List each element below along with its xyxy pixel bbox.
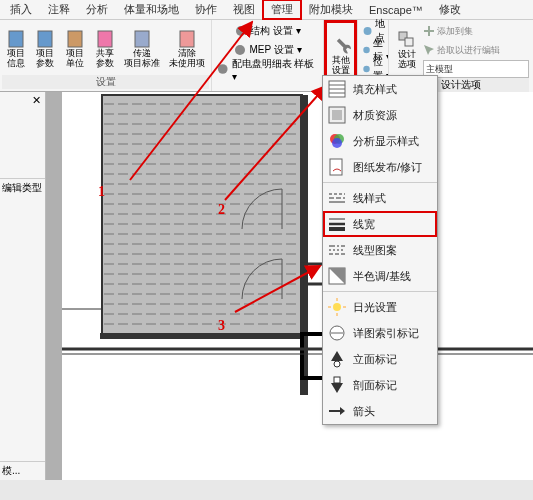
design-options-button[interactable]: 设计 选项 (393, 22, 421, 78)
svg-rect-36 (332, 110, 342, 120)
lines-weight-icon (327, 214, 347, 234)
svg-point-10 (363, 47, 369, 53)
lines-pat-icon (327, 240, 347, 260)
dd-item-elev[interactable]: 立面标记 (323, 346, 437, 372)
panel2-row-0[interactable]: 结构 设置 ▾ (214, 22, 321, 40)
ribbon-btn-传递项目标准[interactable]: 传递 项目标准 (120, 22, 163, 75)
globe-icon (362, 62, 371, 76)
dd-item-sun[interactable]: 日光设置 (323, 294, 437, 320)
ribbon-btn-项目单位[interactable]: 项目 单位 (61, 22, 89, 75)
pick-edit-button[interactable]: 拾取以进行编辑 (423, 41, 529, 59)
globe-icon (362, 43, 371, 57)
doc-icon (6, 29, 26, 49)
elev-icon (327, 349, 347, 369)
globe-icon (362, 24, 373, 38)
mat-icon (327, 105, 347, 125)
add-icon (423, 25, 435, 37)
ribbon-panel-sub: 结构 设置 ▾MEP 设置 ▾配电盘明细表 样板 ▾ (212, 20, 324, 91)
annotation-2: 2 (218, 202, 225, 218)
svg-point-51 (333, 303, 341, 311)
annotation-1: 1 (98, 184, 105, 200)
ribbon-tab-2[interactable]: 分析 (78, 0, 116, 19)
properties-panel: ✕ 编辑类型 模... (0, 92, 46, 480)
dd-item-lines-weight[interactable]: 线宽 (323, 211, 437, 237)
svg-rect-5 (180, 31, 194, 47)
dd-item-sheet[interactable]: 图纸发布/修订 (323, 154, 437, 180)
dd-item-lines-dash[interactable]: 线样式 (323, 185, 437, 211)
svg-rect-4 (135, 31, 149, 47)
section-icon (327, 375, 347, 395)
dd-item-mat[interactable]: 材质资源 (323, 102, 437, 128)
lines-dash-icon (327, 188, 347, 208)
ribbon-tab-4[interactable]: 协作 (187, 0, 225, 19)
svg-rect-40 (330, 159, 342, 175)
svg-rect-3 (98, 31, 112, 47)
svg-rect-2 (68, 31, 82, 47)
dd-item-arrow-h[interactable]: 箭头 (323, 398, 437, 424)
ribbon-tab-5[interactable]: 视图 (225, 0, 263, 19)
svg-rect-1 (38, 31, 52, 47)
workspace: ✕ 编辑类型 模... (0, 92, 533, 480)
sheet-icon (327, 157, 347, 177)
dd-item-rgb[interactable]: 分析显示样式 (323, 128, 437, 154)
edit-type-label: 编辑类型 (0, 179, 45, 197)
annotation-3: 3 (218, 318, 225, 334)
other-settings-dropdown: 填充样式材质资源分析显示样式图纸发布/修订线样式线宽线型图案半色调/基线日光设置… (322, 75, 438, 425)
panel-title-settings: 设置 (2, 75, 209, 89)
design-options-label: 设计 选项 (398, 50, 416, 70)
dd-item-half[interactable]: 半色调/基线 (323, 263, 437, 289)
ribbon-tab-6[interactable]: 管理 (263, 0, 301, 19)
svg-point-8 (218, 64, 228, 74)
ribbon-tab-8[interactable]: Enscape™ (361, 2, 431, 18)
pick-icon (423, 44, 435, 56)
doc-icon (95, 29, 115, 49)
svg-rect-13 (405, 38, 413, 46)
panel-close-icon[interactable]: ✕ (28, 92, 45, 109)
svg-point-58 (334, 361, 340, 367)
ribbon-tabs: 插入注释分析体量和场地协作视图管理附加模块Enscape™修改 (0, 0, 533, 20)
arrow-h-icon (327, 401, 347, 421)
svg-rect-15 (428, 26, 430, 36)
other-settings-label: 其他 设置 (332, 56, 350, 76)
ribbon-panel-settings: 项目 信息项目 参数项目 单位共享 参数传递 项目标准清除 未使用项 设置 (0, 20, 212, 91)
ribbon-tab-0[interactable]: 插入 (2, 0, 40, 19)
side-footer-label: 模... (0, 461, 45, 480)
svg-point-39 (332, 138, 342, 148)
ribbon-btn-共享参数[interactable]: 共享 参数 (91, 22, 119, 75)
doc-icon (177, 29, 197, 49)
ribbon-tab-1[interactable]: 注释 (40, 0, 78, 19)
ribbon-tab-3[interactable]: 体量和场地 (116, 0, 187, 19)
dd-item-hatch[interactable]: 填充样式 (323, 76, 437, 102)
design-options-icon (397, 30, 417, 50)
dd-item-lines-pat[interactable]: 线型图案 (323, 237, 437, 263)
svg-point-11 (363, 66, 369, 72)
half-icon (327, 266, 347, 286)
svg-point-6 (236, 26, 246, 36)
dd-item-callout[interactable]: 详图索引标记 (323, 320, 437, 346)
hatch-icon (327, 79, 347, 99)
svg-rect-19 (102, 95, 302, 335)
ribbon-tab-7[interactable]: 附加模块 (301, 0, 361, 19)
svg-point-7 (235, 45, 245, 55)
gear-icon (233, 43, 247, 57)
gear-icon (234, 24, 248, 38)
ribbon-btn-清除未使用项[interactable]: 清除 未使用项 (166, 22, 209, 75)
doc-icon (132, 29, 152, 49)
ribbon-tab-9[interactable]: 修改 (431, 0, 469, 19)
gear-icon (216, 62, 230, 76)
svg-rect-21 (100, 333, 308, 339)
sun-icon (327, 297, 347, 317)
floor-plan-drawing (62, 92, 533, 480)
drawing-canvas[interactable]: 1 2 3 (46, 92, 533, 480)
wrench-icon (331, 36, 351, 56)
callout-icon (327, 323, 347, 343)
svg-rect-59 (334, 377, 340, 383)
rgb-icon (327, 131, 347, 151)
main-model-combo[interactable]: 主模型 (423, 60, 529, 78)
svg-point-9 (364, 27, 372, 35)
panel2-row-2[interactable]: 配电盘明细表 样板 ▾ (214, 60, 321, 78)
ribbon-btn-项目参数[interactable]: 项目 参数 (32, 22, 60, 75)
add-to-set-button[interactable]: 添加到集 (423, 22, 529, 40)
ribbon-btn-项目信息[interactable]: 项目 信息 (2, 22, 30, 75)
dd-item-section[interactable]: 剖面标记 (323, 372, 437, 398)
